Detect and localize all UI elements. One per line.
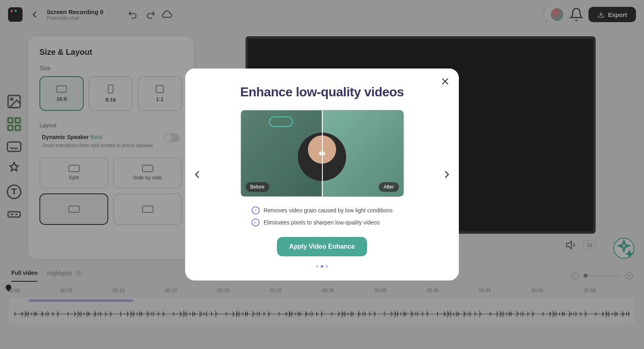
apply-video-enhance-button[interactable]: Apply Video Enhance	[277, 237, 367, 256]
dot-active[interactable]	[321, 265, 323, 268]
check-icon: ✓	[252, 206, 260, 214]
after-label: After	[379, 182, 398, 192]
neon-decoration	[269, 116, 293, 127]
enhance-modal: Enhance low-quality videos Before After …	[185, 69, 459, 280]
modal-next-button[interactable]	[440, 168, 453, 181]
modal-title: Enhance low-quality videos	[205, 85, 439, 100]
before-after-slider[interactable]: Before After	[241, 110, 404, 197]
dot[interactable]	[326, 265, 328, 268]
compare-handle[interactable]	[318, 151, 326, 156]
modal-prev-button[interactable]	[191, 168, 204, 181]
feature-item: ✓ Eliminates pixels to sharpen low-quali…	[252, 218, 393, 226]
feature-item: ✓ Removes video grain caused by low ligh…	[252, 206, 393, 214]
dot[interactable]	[316, 265, 318, 268]
check-icon: ✓	[252, 218, 260, 226]
before-label: Before	[246, 182, 269, 192]
feature-list: ✓ Removes video grain caused by low ligh…	[252, 206, 393, 226]
modal-close-button[interactable]	[440, 76, 451, 87]
modal-overlay[interactable]: Enhance low-quality videos Before After …	[0, 0, 644, 349]
carousel-dots	[205, 265, 439, 268]
